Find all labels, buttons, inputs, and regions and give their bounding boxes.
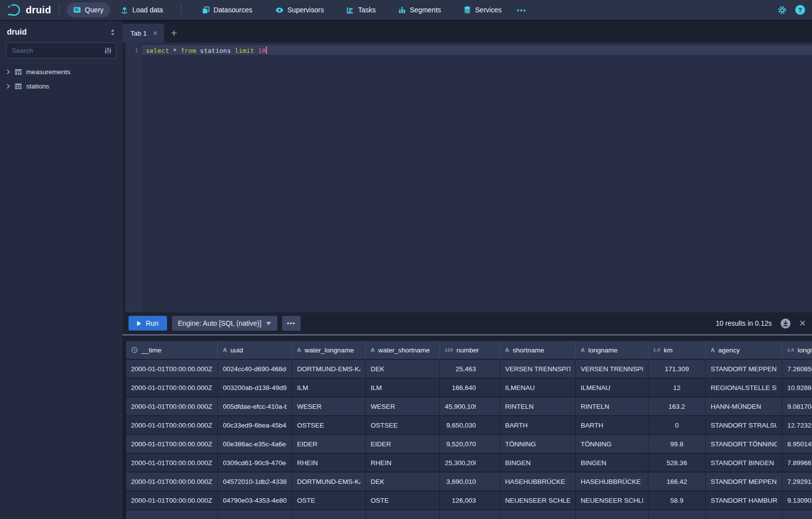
nav-more-button[interactable]: ••• [512,6,532,14]
cell-number[interactable]: 9,650,030 [440,416,500,434]
schema-selector[interactable]: druid [0,20,123,43]
cell-water_shortname[interactable]: WESER [366,397,440,415]
cell-longname[interactable] [576,510,648,519]
cell-number[interactable]: 9,520,070 [440,435,500,453]
cell-number[interactable]: 25,463 [440,360,500,378]
cell-uuid[interactable]: 04790e03-4353-4e80-be [218,491,292,509]
tab-tab1[interactable]: Tab 1 ✕ [123,24,164,43]
cell-longname[interactable]: NEUENSEER SCHLEUSEN [576,491,648,509]
sql-code[interactable]: select * from stations limit 10 [146,46,267,54]
cell-km[interactable]: 163.2 [648,397,706,415]
cell-agency[interactable]: STANDORT HAMBURG [706,491,782,509]
cell-shortname[interactable]: ILMENAU [500,379,576,396]
cell-water_longname[interactable]: DORTMUND-EMS-KANA [292,473,366,490]
cell-shortname[interactable]: BARTH [500,416,576,434]
run-button[interactable]: Run [128,316,167,331]
cell-water_shortname[interactable] [366,510,440,519]
cell-number[interactable]: 25,300,200 [440,454,500,472]
nav-item-load-data[interactable]: Load data [114,2,170,17]
column-header-number[interactable]: 123number [440,341,500,359]
column-header-longname[interactable]: Alongname [576,341,648,359]
column-header-uuid[interactable]: Auuid [218,341,292,359]
cell-water_shortname[interactable]: DEK [366,473,440,490]
cell-longname[interactable]: BINGEN [576,454,648,472]
column-header-agency[interactable]: Aagency [706,341,782,359]
cell-__time[interactable] [126,510,218,519]
cell-longname[interactable]: TÖNNING [576,435,648,453]
cell-agency[interactable]: STANDORT BINGEN [706,454,782,472]
cell-water_longname[interactable]: OSTE [292,491,366,509]
cell-shortname[interactable]: TÖNNING [500,435,576,453]
close-results-icon[interactable]: ✕ [799,319,806,328]
cell-water_shortname[interactable]: OSTE [366,491,440,509]
cell-uuid[interactable]: 04572010-1db2-4338-85 [218,473,292,490]
cell-km[interactable]: 0 [648,416,706,434]
cell-__time[interactable]: 2000-01-01T00:00:00.000Z [126,379,218,396]
cell-__time[interactable]: 2000-01-01T00:00:00.000Z [126,416,218,434]
query-more-button[interactable]: ••• [282,316,300,331]
cell-km[interactable]: 171.309 [648,360,706,378]
cell-shortname[interactable]: BINGEN [500,454,576,472]
cell-agency[interactable] [706,510,782,519]
cell-__time[interactable]: 2000-01-01T00:00:00.000Z [126,435,218,453]
cell-longitude[interactable]: 12.723226 [782,416,812,434]
cell-shortname[interactable]: VERSEN TRENNSPITZE [500,360,576,378]
cell-km[interactable]: 58.9 [648,491,706,509]
tab-close-icon[interactable]: ✕ [153,30,158,37]
cell-water_longname[interactable]: EIDER [292,435,366,453]
nav-item-segments[interactable]: Segments [392,2,447,17]
cell-longname[interactable]: BARTH [576,416,648,434]
column-header-__time[interactable]: __time [126,341,218,359]
cell-km[interactable]: 528.36 [648,454,706,472]
cell-agency[interactable]: HANN-MÜNDEN [706,397,782,415]
chevron-right-icon[interactable] [6,83,10,89]
cell-number[interactable] [440,510,500,519]
cell-uuid[interactable]: 0309cd61-90c9-470e-99 [218,454,292,472]
cell-number[interactable]: 126,003 [440,491,500,509]
cell-__time[interactable]: 2000-01-01T00:00:00.000Z [126,360,218,378]
cell-agency[interactable]: STANDORT MEPPEN [706,473,782,490]
cell-longitude[interactable] [782,510,812,519]
engine-select-button[interactable]: Engine: Auto [SQL (native)] [172,316,277,331]
help-icon[interactable]: ? [795,5,805,15]
cell-longname[interactable]: VERSEN TRENNSPITZE [576,360,648,378]
cell-agency[interactable]: STANDORT MEPPEN [706,360,782,378]
cell-longname[interactable]: HASEHUBBRÜCKE [576,473,648,490]
cell-water_longname[interactable]: RHEIN [292,454,366,472]
cell-water_shortname[interactable]: RHEIN [366,454,440,472]
download-icon[interactable] [780,318,791,329]
column-header-water_longname[interactable]: Awater_longname [292,341,366,359]
nav-item-services[interactable]: Services [457,2,508,17]
cell-water_shortname[interactable]: EIDER [366,435,440,453]
nav-item-query[interactable]: Query [67,2,110,17]
cell-uuid[interactable] [218,510,292,519]
cell-__time[interactable]: 2000-01-01T00:00:00.000Z [126,397,218,415]
sidebar-item-stations[interactable]: stations [0,79,123,93]
sql-editor[interactable]: 1 select * from stations limit 10 [123,43,812,312]
cell-water_longname[interactable]: DORTMUND-EMS-KANA [292,360,366,378]
cell-uuid[interactable]: 003200ab-d138-49d9-aa [218,379,292,396]
cell-water_shortname[interactable]: ILM [366,379,440,396]
cell-longname[interactable]: ILMENAU [576,379,648,396]
cell-water_shortname[interactable]: DEK [366,360,440,378]
cell-uuid[interactable]: 005dfdae-efcc-410a-bf1 [218,397,292,415]
cell-number[interactable]: 3,690,010 [440,473,500,490]
cell-shortname[interactable]: RINTELN [500,397,576,415]
cell-number[interactable]: 166,640 [440,379,500,396]
cell-shortname[interactable] [500,510,576,519]
cell-water_longname[interactable] [292,510,366,519]
cell-__time[interactable]: 2000-01-01T00:00:00.000Z [126,491,218,509]
nav-item-tasks[interactable]: Tasks [340,2,382,17]
druid-logo[interactable]: druid [0,2,51,18]
cell-agency[interactable]: STANDORT TÖNNING [706,435,782,453]
cell-water_longname[interactable]: WESER [292,397,366,415]
cell-longitude[interactable]: 8.950149 [782,435,812,453]
cell-km[interactable]: 99.8 [648,435,706,453]
sidebar-item-measurements[interactable]: measurements [0,65,123,79]
cell-water_longname[interactable]: ILM [292,379,366,396]
cell-__time[interactable]: 2000-01-01T00:00:00.000Z [126,454,218,472]
cell-number[interactable]: 45,900,109 [440,397,500,415]
cell-longitude[interactable]: 9.130902 [782,491,812,509]
filter-sliders-icon[interactable] [104,47,112,54]
column-header-longitude[interactable]: 1.0longitude [782,341,812,359]
